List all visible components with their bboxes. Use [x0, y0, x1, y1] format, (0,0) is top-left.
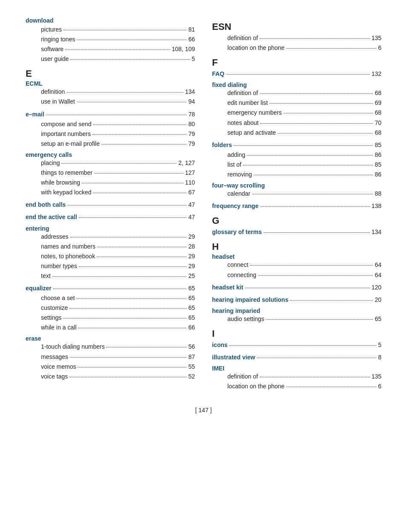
- dot-leader: [284, 113, 373, 113]
- page-num: 65: [188, 293, 195, 303]
- page-num: 68: [375, 88, 381, 98]
- sub-item: definition of135: [212, 33, 381, 43]
- page-num: 56: [188, 342, 195, 352]
- sub-item: connecting64: [212, 270, 381, 280]
- page-num: 87: [188, 352, 195, 362]
- entry: hearing impariedaudio settings65: [212, 307, 381, 324]
- right-section-i: Iicons5illustrated view8IMEIdefinition o…: [212, 328, 381, 391]
- dot-leader: [70, 377, 186, 377]
- dot-leader: [79, 217, 187, 218]
- page-num: 65: [188, 283, 195, 293]
- entry: end both calls47: [26, 200, 195, 210]
- inline-entry: illustrated view8: [212, 353, 381, 362]
- esn-section: ESNdefinition of135location on the phone…: [212, 21, 381, 53]
- inline-entry: end the active call47: [26, 212, 195, 222]
- sub-item-label: while browsing: [41, 178, 80, 188]
- sub-item-label: text: [41, 271, 51, 281]
- page-num: 69: [375, 98, 381, 108]
- entry: e–mail78compose and send80important numb…: [26, 110, 195, 149]
- section-letter-i: I: [212, 328, 381, 339]
- page-num: 29: [188, 261, 195, 271]
- sub-item: location on the phone6: [212, 382, 381, 391]
- inline-entry: headset kit120: [212, 283, 381, 292]
- sub-item-label: software: [41, 44, 64, 54]
- sub-item-label: things to remember: [41, 168, 93, 178]
- sub-item-label: calendar: [227, 189, 250, 199]
- right-column: ESNdefinition of135location on the phone…: [212, 17, 381, 394]
- sub-item: definition of135: [212, 372, 381, 382]
- page-num: 5: [378, 340, 381, 350]
- entry-heading: entering: [26, 225, 195, 232]
- sub-item-label: connect: [227, 260, 248, 270]
- inline-entry: e–mail78: [26, 110, 195, 119]
- entry: ECMLdefinition134use in Wallet94: [26, 80, 195, 107]
- section-letter-esn: ESN: [212, 21, 381, 32]
- entry: emergency callsplacing2, 127things to re…: [26, 151, 195, 197]
- entry-heading: frequency range: [212, 201, 259, 211]
- dot-leader: [97, 247, 187, 247]
- sub-item: audio settings65: [212, 314, 381, 324]
- sub-item: definition134: [26, 87, 195, 97]
- page-num: 28: [188, 242, 195, 252]
- sub-item-label: removing: [227, 170, 252, 179]
- entry: frequency range138: [212, 201, 381, 211]
- e-section: E ECMLdefinition134use in Wallet94e–mail…: [26, 68, 195, 381]
- page-num: 67: [188, 188, 195, 197]
- sub-item-label: voice tags: [41, 372, 68, 382]
- dot-leader: [290, 300, 373, 301]
- sub-item-label: definition of: [227, 88, 258, 98]
- sub-item: ringing tones66: [26, 35, 195, 44]
- left-column: download pictures81ringing tones66softwa…: [26, 17, 195, 394]
- page-num: 120: [372, 283, 381, 292]
- entry-heading: erase: [26, 335, 195, 342]
- inline-entry: frequency range138: [212, 201, 381, 211]
- page-num: 65: [375, 314, 381, 324]
- entry-heading: emergency calls: [26, 151, 195, 158]
- inline-entry: end both calls47: [26, 200, 195, 210]
- entry: equalizer65choose a set65customize65sett…: [26, 283, 195, 332]
- page-num: 20: [375, 295, 381, 305]
- right-entries: ESNdefinition of135location on the phone…: [212, 21, 381, 391]
- sub-item-label: important numbers: [41, 129, 91, 139]
- dot-leader: [67, 205, 186, 205]
- dot-leader: [226, 74, 370, 75]
- download-heading: download: [26, 17, 195, 24]
- download-items: pictures81ringing tones66software108, 10…: [26, 25, 195, 64]
- sub-item: notes about70: [212, 118, 381, 128]
- entry-heading: hearing impaired solutions: [212, 295, 288, 305]
- page-num: 2, 127: [178, 158, 195, 168]
- dot-leader: [70, 237, 187, 237]
- dot-leader: [93, 134, 187, 135]
- sub-item-label: audio settings: [227, 314, 264, 324]
- sub-item: emergency numbers68: [212, 108, 381, 118]
- dot-leader: [70, 357, 187, 358]
- sub-item: 1-touch dialing numbers56: [26, 342, 195, 352]
- page-num: 8: [378, 353, 381, 362]
- sub-item-label: settings: [41, 313, 61, 323]
- entry-heading: IMEI: [212, 365, 381, 372]
- sub-item-label: location on the phone: [227, 382, 285, 391]
- page-num: 29: [188, 232, 195, 242]
- sub-item-label: while in a call: [41, 323, 76, 332]
- dot-leader: [234, 145, 373, 146]
- sub-item-label: 1-touch dialing numbers: [41, 342, 105, 352]
- dot-leader: [260, 93, 373, 94]
- sub-item: notes, to phonebook29: [26, 252, 195, 261]
- entry-heading: icons: [212, 340, 228, 350]
- page-footer: [ 147 ]: [26, 407, 381, 413]
- sub-item-label: choose a set: [41, 293, 75, 303]
- entry-heading: end both calls: [26, 200, 66, 210]
- page-num: 64: [375, 260, 381, 270]
- sub-item-label: placing: [41, 158, 60, 168]
- sub-item-label: compose and send: [41, 119, 91, 129]
- entry: glossary of terms134: [212, 227, 381, 237]
- page-num: 6: [378, 43, 381, 53]
- page-num: 127: [185, 168, 195, 178]
- sub-item-label: customize: [41, 303, 68, 313]
- page-num: 65: [188, 303, 195, 313]
- dot-leader: [82, 183, 183, 183]
- sub-item: compose and send80: [26, 119, 195, 129]
- dot-leader: [76, 298, 186, 299]
- section-letter-h: H: [212, 241, 381, 252]
- page-num: 64: [375, 270, 381, 280]
